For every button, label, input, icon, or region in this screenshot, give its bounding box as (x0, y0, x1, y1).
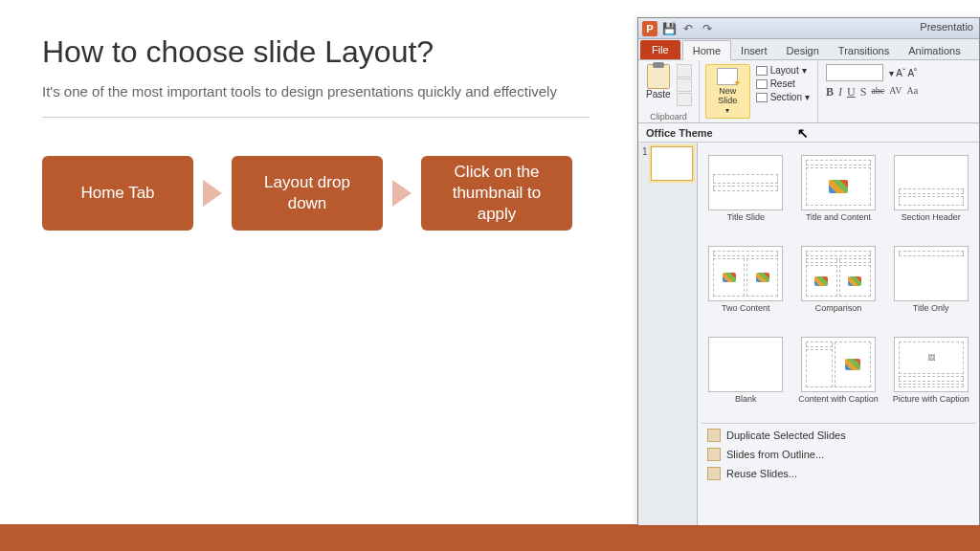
divider (42, 117, 590, 118)
layout-picture-caption[interactable]: 🖼 Picture with Caption (886, 332, 975, 419)
chart-icon (829, 180, 848, 193)
layout-button[interactable]: Layout ▾ (754, 64, 812, 77)
layout-icon (756, 66, 768, 76)
tab-file[interactable]: File (640, 40, 680, 59)
step-click-thumbnail: Click on the thumbnail to apply (421, 156, 572, 231)
outline-icon (707, 448, 721, 461)
layout-blank[interactable]: Blank (702, 332, 791, 419)
reuse-icon (707, 467, 721, 480)
theme-header: Office Theme ↖ (638, 123, 979, 143)
arrow-icon (392, 180, 412, 207)
slide-thumbnail[interactable]: 1 (642, 146, 693, 181)
steps-row: Home Tab Layout drop down Click on the t… (42, 156, 590, 231)
cut-icon[interactable] (677, 64, 692, 77)
window-title: Presentatio (920, 21, 973, 33)
section-icon (756, 93, 768, 102)
reuse-slides[interactable]: Reuse Slides... (702, 464, 975, 483)
layout-title-content[interactable]: Title and Content (794, 150, 883, 237)
tab-insert[interactable]: Insert (731, 41, 777, 59)
font-select[interactable] (826, 64, 883, 81)
layout-two-content[interactable]: Two Content (702, 241, 791, 328)
clipboard-icon (647, 64, 670, 89)
strike-button[interactable]: S (860, 85, 867, 99)
clipboard-group-label: Clipboard (638, 112, 699, 121)
paste-label: Paste (646, 89, 671, 99)
italic-button[interactable]: I (838, 85, 842, 99)
spacing-button[interactable]: AV (889, 85, 902, 99)
new-slide-button[interactable]: New Slide ▾ (705, 64, 750, 119)
save-icon[interactable]: 💾 (661, 21, 677, 36)
ribbon-tabs: File Home Insert Design Transitions Anim… (638, 39, 979, 60)
case-button[interactable]: Aa (906, 85, 918, 99)
layout-section-header[interactable]: Section Header (886, 150, 975, 237)
bold-button[interactable]: B (826, 85, 834, 99)
app-icon[interactable]: P (642, 21, 657, 36)
reset-icon (756, 79, 768, 89)
ribbon: Paste Clipboard New Slide ▾ Layout ▾ (638, 60, 979, 123)
slides-from-outline[interactable]: Slides from Outline... (702, 445, 975, 464)
shadow-button[interactable]: abc (871, 85, 884, 99)
powerpoint-window: P 💾 ↶ ↷ Presentatio File Home Insert Des… (637, 17, 980, 524)
slide-number: 1 (642, 146, 648, 181)
slide-thumbnails-panel: 1 (638, 143, 698, 525)
redo-icon[interactable]: ↷ (700, 21, 715, 36)
section-button[interactable]: Section ▾ (754, 91, 812, 103)
undo-icon[interactable]: ↶ (680, 21, 696, 36)
font-size-controls[interactable]: ▾ Aˇ A˚ (889, 68, 917, 78)
paste-button[interactable]: Paste (642, 62, 675, 108)
reset-button[interactable]: Reset (754, 77, 812, 90)
underline-button[interactable]: U (847, 85, 856, 99)
tab-design[interactable]: Design (777, 41, 829, 59)
slide-title: How to choose slide Layout? (42, 34, 590, 70)
layout-title-slide[interactable]: Title Slide (702, 150, 791, 237)
slide-icon (717, 68, 738, 85)
cursor-icon: ↖ (797, 125, 809, 141)
layout-content-caption[interactable]: Content with Caption (794, 332, 883, 419)
tab-animations[interactable]: Animations (899, 41, 969, 59)
layout-gallery: Title Slide Title and Content Section He… (698, 143, 979, 525)
step-layout-dropdown: Layout drop down (232, 156, 383, 231)
copy-icon[interactable] (677, 78, 692, 92)
footer-bar (0, 524, 980, 551)
format-painter-icon[interactable] (677, 93, 692, 106)
layout-comparison[interactable]: Comparison (794, 241, 883, 328)
step-home-tab: Home Tab (42, 156, 193, 231)
quick-access-toolbar: P 💾 ↶ ↷ Presentatio (638, 18, 979, 39)
new-slide-label: New Slide (712, 87, 744, 106)
slide-subtitle: It's one of the most important tools to … (42, 83, 590, 99)
duplicate-slides[interactable]: Duplicate Selected Slides (702, 426, 975, 445)
slide-preview (651, 146, 693, 181)
tab-home[interactable]: Home (682, 40, 731, 60)
arrow-icon (203, 180, 222, 207)
tab-transitions[interactable]: Transitions (829, 41, 899, 59)
layout-title-only[interactable]: Title Only (886, 241, 975, 328)
duplicate-icon (707, 429, 721, 442)
